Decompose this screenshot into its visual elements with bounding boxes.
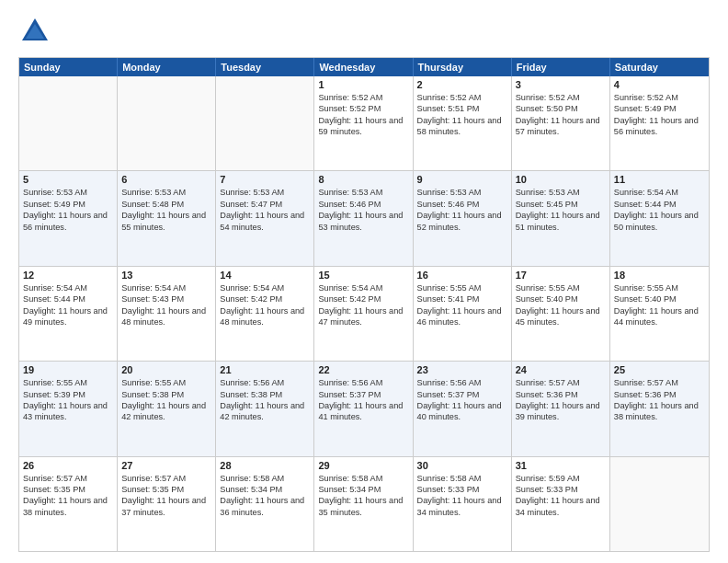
calendar-cell: 13Sunrise: 5:54 AMSunset: 5:43 PMDayligh…: [118, 267, 216, 361]
sunset-text: Sunset: 5:42 PM: [220, 293, 310, 304]
calendar-cell: 6Sunrise: 5:53 AMSunset: 5:48 PMDaylight…: [118, 171, 216, 265]
day-number: 26: [23, 460, 113, 471]
calendar-cell: 2Sunrise: 5:52 AMSunset: 5:51 PMDaylight…: [414, 76, 512, 170]
sunrise-text: Sunrise: 5:54 AM: [23, 282, 113, 293]
sunset-text: Sunset: 5:45 PM: [516, 199, 606, 210]
daylight-text: Daylight: 11 hours and 37 minutes.: [121, 495, 211, 518]
logo-icon: [18, 15, 51, 48]
daylight-text: Daylight: 11 hours and 50 minutes.: [614, 210, 705, 233]
sunset-text: Sunset: 5:46 PM: [417, 199, 507, 210]
sunrise-text: Sunrise: 5:57 AM: [23, 473, 113, 484]
sunrise-text: Sunrise: 5:55 AM: [516, 282, 606, 293]
sunrise-text: Sunrise: 5:53 AM: [220, 187, 310, 198]
sunrise-text: Sunrise: 5:57 AM: [614, 377, 705, 388]
calendar-cell: 12Sunrise: 5:54 AMSunset: 5:44 PMDayligh…: [19, 267, 118, 361]
calendar-cell: 22Sunrise: 5:56 AMSunset: 5:37 PMDayligh…: [314, 362, 413, 455]
sunrise-text: Sunrise: 5:53 AM: [23, 187, 113, 198]
daylight-text: Daylight: 11 hours and 57 minutes.: [516, 115, 606, 138]
sunset-text: Sunset: 5:40 PM: [516, 293, 606, 304]
sunrise-text: Sunrise: 5:52 AM: [318, 92, 408, 103]
calendar-row: 19Sunrise: 5:55 AMSunset: 5:39 PMDayligh…: [19, 361, 709, 455]
sunset-text: Sunset: 5:35 PM: [23, 484, 113, 495]
sunrise-text: Sunrise: 5:52 AM: [417, 92, 507, 103]
daylight-text: Daylight: 11 hours and 53 minutes.: [318, 210, 408, 233]
sunrise-text: Sunrise: 5:54 AM: [121, 282, 211, 293]
day-number: 31: [516, 460, 606, 471]
calendar-row: 5Sunrise: 5:53 AMSunset: 5:49 PMDaylight…: [19, 170, 709, 265]
calendar-cell: [118, 76, 216, 170]
day-number: 28: [220, 460, 310, 471]
daylight-text: Daylight: 11 hours and 34 minutes.: [516, 495, 606, 518]
daylight-text: Daylight: 11 hours and 45 minutes.: [516, 305, 606, 328]
sunrise-text: Sunrise: 5:53 AM: [516, 187, 606, 198]
daylight-text: Daylight: 11 hours and 58 minutes.: [417, 115, 507, 138]
day-number: 13: [121, 270, 211, 281]
sunset-text: Sunset: 5:33 PM: [417, 484, 507, 495]
weekday-header: Thursday: [414, 58, 512, 76]
calendar-cell: 24Sunrise: 5:57 AMSunset: 5:36 PMDayligh…: [512, 362, 610, 455]
day-number: 10: [516, 174, 606, 185]
sunset-text: Sunset: 5:47 PM: [220, 199, 310, 210]
sunrise-text: Sunrise: 5:56 AM: [318, 377, 408, 388]
daylight-text: Daylight: 11 hours and 59 minutes.: [318, 115, 408, 138]
weekday-header: Wednesday: [314, 58, 413, 76]
calendar-cell: [610, 457, 709, 551]
calendar-cell: 14Sunrise: 5:54 AMSunset: 5:42 PMDayligh…: [216, 267, 314, 361]
sunrise-text: Sunrise: 5:53 AM: [417, 187, 507, 198]
day-number: 1: [318, 79, 408, 90]
day-number: 4: [614, 79, 705, 90]
day-number: 19: [23, 364, 113, 375]
calendar-cell: 19Sunrise: 5:55 AMSunset: 5:39 PMDayligh…: [19, 362, 118, 455]
daylight-text: Daylight: 11 hours and 39 minutes.: [516, 400, 606, 423]
calendar-cell: 16Sunrise: 5:55 AMSunset: 5:41 PMDayligh…: [414, 267, 512, 361]
calendar-cell: 31Sunrise: 5:59 AMSunset: 5:33 PMDayligh…: [512, 457, 610, 551]
daylight-text: Daylight: 11 hours and 54 minutes.: [220, 210, 310, 233]
daylight-text: Daylight: 11 hours and 35 minutes.: [318, 495, 408, 518]
sunrise-text: Sunrise: 5:55 AM: [614, 282, 705, 293]
calendar-cell: [19, 76, 118, 170]
sunset-text: Sunset: 5:37 PM: [318, 389, 408, 400]
sunrise-text: Sunrise: 5:58 AM: [318, 473, 408, 484]
sunset-text: Sunset: 5:34 PM: [220, 484, 310, 495]
logo: [18, 15, 55, 48]
day-number: 22: [318, 364, 408, 375]
calendar-cell: 18Sunrise: 5:55 AMSunset: 5:40 PMDayligh…: [610, 267, 709, 361]
sunset-text: Sunset: 5:41 PM: [417, 293, 507, 304]
sunset-text: Sunset: 5:44 PM: [23, 293, 113, 304]
day-number: 29: [318, 460, 408, 471]
sunset-text: Sunset: 5:49 PM: [23, 199, 113, 210]
sunset-text: Sunset: 5:37 PM: [417, 389, 507, 400]
calendar-body: 1Sunrise: 5:52 AMSunset: 5:52 PMDaylight…: [19, 76, 709, 551]
daylight-text: Daylight: 11 hours and 56 minutes.: [614, 115, 705, 138]
daylight-text: Daylight: 11 hours and 55 minutes.: [121, 210, 211, 233]
calendar-cell: 1Sunrise: 5:52 AMSunset: 5:52 PMDaylight…: [314, 76, 413, 170]
sunrise-text: Sunrise: 5:55 AM: [417, 282, 507, 293]
daylight-text: Daylight: 11 hours and 49 minutes.: [23, 305, 113, 328]
calendar-row: 26Sunrise: 5:57 AMSunset: 5:35 PMDayligh…: [19, 456, 709, 551]
day-number: 27: [121, 460, 211, 471]
daylight-text: Daylight: 11 hours and 36 minutes.: [220, 495, 310, 518]
sunrise-text: Sunrise: 5:56 AM: [220, 377, 310, 388]
daylight-text: Daylight: 11 hours and 42 minutes.: [121, 400, 211, 423]
sunrise-text: Sunrise: 5:53 AM: [318, 187, 408, 198]
calendar-cell: 10Sunrise: 5:53 AMSunset: 5:45 PMDayligh…: [512, 171, 610, 265]
calendar-cell: 25Sunrise: 5:57 AMSunset: 5:36 PMDayligh…: [610, 362, 709, 455]
calendar-cell: 3Sunrise: 5:52 AMSunset: 5:50 PMDaylight…: [512, 76, 610, 170]
sunrise-text: Sunrise: 5:56 AM: [417, 377, 507, 388]
sunset-text: Sunset: 5:36 PM: [516, 389, 606, 400]
weekday-header: Monday: [118, 58, 216, 76]
calendar-cell: 20Sunrise: 5:55 AMSunset: 5:38 PMDayligh…: [118, 362, 216, 455]
daylight-text: Daylight: 11 hours and 46 minutes.: [417, 305, 507, 328]
calendar-cell: 28Sunrise: 5:58 AMSunset: 5:34 PMDayligh…: [216, 457, 314, 551]
calendar: SundayMondayTuesdayWednesdayThursdayFrid…: [18, 57, 710, 552]
sunset-text: Sunset: 5:42 PM: [318, 293, 408, 304]
calendar-cell: 5Sunrise: 5:53 AMSunset: 5:49 PMDaylight…: [19, 171, 118, 265]
day-number: 9: [417, 174, 507, 185]
day-number: 3: [516, 79, 606, 90]
sunrise-text: Sunrise: 5:59 AM: [516, 473, 606, 484]
calendar-cell: 27Sunrise: 5:57 AMSunset: 5:35 PMDayligh…: [118, 457, 216, 551]
calendar-cell: [216, 76, 314, 170]
daylight-text: Daylight: 11 hours and 44 minutes.: [614, 305, 705, 328]
sunset-text: Sunset: 5:38 PM: [121, 389, 211, 400]
calendar-cell: 9Sunrise: 5:53 AMSunset: 5:46 PMDaylight…: [414, 171, 512, 265]
